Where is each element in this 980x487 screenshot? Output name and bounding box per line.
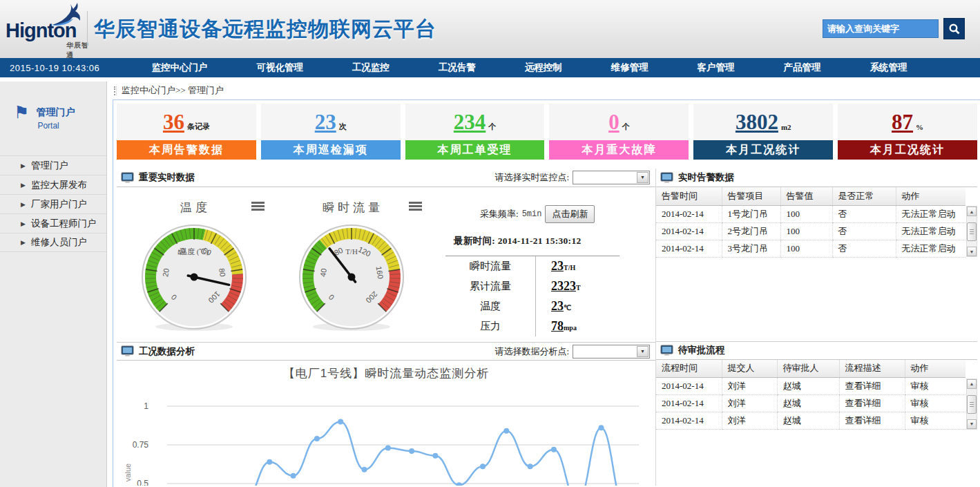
monitor-icon — [660, 345, 673, 356]
caret-right-icon: ▶ — [21, 220, 26, 227]
nav-item-system[interactable]: 系统管理 — [869, 61, 907, 74]
table-header-row: 流程时间 提交人 待审批人 流程描述 动作 — [656, 360, 965, 378]
table-scrollbar[interactable]: ▲ ▼ — [966, 206, 977, 257]
search-button[interactable] — [943, 18, 965, 39]
gauge-menu-icon[interactable] — [251, 202, 265, 212]
logo-subtext: 华辰智通 — [66, 41, 94, 60]
stat-card-monthly-failures: 0个 本月重大故障 — [549, 104, 689, 160]
left-column: 重要实时数据 请选择实时监控点: ▼ 温度 — [117, 169, 655, 486]
scroll-up-icon[interactable]: ▲ — [967, 379, 977, 389]
flow-gauge: 04080120160200T/H — [296, 222, 407, 332]
sidebar-item-screen-publish[interactable]: ▶监控大屏发布 — [0, 175, 106, 194]
metric-row-total-flow: 累计流量 2323T — [445, 276, 619, 296]
stat-label[interactable]: 本月重大故障 — [549, 140, 689, 160]
stat-card-weekly-inspection: 23次 本周巡检漏项 — [261, 104, 401, 160]
stat-label[interactable]: 本周告警数据 — [117, 140, 256, 160]
breadcrumb: 监控中心门户>> 管理门户 — [113, 82, 980, 99]
stat-value-link[interactable]: 87 — [892, 110, 913, 135]
gauge-menu-icon[interactable] — [409, 202, 422, 212]
refresh-button[interactable]: 点击刷新 — [545, 205, 595, 223]
chevron-down-icon[interactable]: ▼ — [637, 172, 648, 183]
scroll-up-icon[interactable]: ▲ — [967, 207, 977, 216]
svg-text:温度 (℃): 温度 (℃) — [180, 247, 209, 256]
clock: 2015-10-19 10:43:06 — [10, 63, 127, 73]
stat-card-monthly-condition-area: 3802m2 本月工况统计 — [693, 104, 833, 160]
analysis-point-select[interactable]: ▼ — [573, 345, 650, 359]
gauge-title: 瞬时流量 — [274, 200, 432, 216]
monitor-icon — [660, 172, 673, 184]
svg-text:value: value — [124, 464, 132, 481]
nav-items: 监控中心门户 可视化管理 工况监控 工况告警 远程控制 维修管理 客户管理 产品… — [127, 61, 932, 74]
logo-text: Hignton — [6, 19, 77, 42]
scroll-down-icon[interactable]: ▼ — [967, 247, 977, 256]
stat-label[interactable]: 本周工单受理 — [405, 140, 545, 160]
search-input[interactable] — [823, 19, 939, 38]
stat-value-link[interactable]: 0 — [608, 110, 619, 135]
table-header-row: 告警时间 告警项目 告警值 是否正常 动作 — [656, 187, 965, 205]
realtime-point-select[interactable]: ▼ — [573, 171, 650, 184]
sidebar-item-engineer-portal[interactable]: ▶设备工程师门户 — [0, 213, 106, 233]
svg-text:1: 1 — [144, 401, 148, 411]
stat-value-link[interactable]: 3802 — [736, 110, 778, 135]
sidebar-item-repair-portal[interactable]: ▶维修人员门户 — [0, 233, 106, 252]
metric-table: 瞬时流量 23T/H 累计流量 2323T 温度 — [445, 256, 619, 336]
caret-right-icon: ▶ — [21, 162, 26, 169]
nav-item-condition-monitor[interactable]: 工况监控 — [352, 61, 390, 74]
chevron-down-icon[interactable]: ▼ — [637, 346, 648, 357]
table-scrollbar[interactable]: ▲ ▼ — [966, 379, 977, 430]
scroll-down-icon[interactable]: ▼ — [967, 419, 977, 429]
analysis-panel-header: 工况数据分析 请选择数据分析点: ▼ — [117, 342, 655, 361]
stat-value-link[interactable]: 23 — [315, 110, 336, 135]
nav-item-customer[interactable]: 客户管理 — [698, 61, 735, 74]
realtime-data-panel-header: 重要实时数据 请选择实时监控点: ▼ — [117, 169, 655, 187]
magnifier-icon — [948, 23, 961, 35]
nav-item-product[interactable]: 产品管理 — [784, 61, 821, 74]
stat-cards: 36条记录 本周告警数据 23次 本周巡检漏项 234个 本周工单受理 0个 本… — [117, 104, 977, 160]
temperature-gauge: 020406080100温度 (℃) — [139, 222, 249, 332]
search-bar — [823, 18, 965, 39]
scrollbar-thumb[interactable] — [967, 395, 977, 414]
svg-text:20: 20 — [161, 268, 171, 278]
table-row: 2014-02-143号龙门吊100否无法正常启动 — [656, 240, 965, 257]
realtime-data-body: 温度 020406080100温度 (℃) 瞬时流量 — [117, 187, 655, 342]
svg-text:40: 40 — [318, 268, 328, 278]
stat-value-link[interactable]: 234 — [454, 110, 486, 135]
metric-row-flow: 瞬时流量 23T/H — [445, 256, 619, 276]
stat-label[interactable]: 本周巡检漏项 — [261, 140, 401, 160]
frequency-label: 采集频率: — [480, 208, 519, 220]
stat-value-link[interactable]: 36 — [163, 110, 184, 135]
realtime-readouts: 采集频率: 5min 点击刷新 最新时间: 2014-11-21 15:30:1… — [432, 187, 655, 342]
breadcrumb-icon — [114, 86, 117, 95]
sidebar-item-factory-portal[interactable]: ▶厂家用户门户 — [0, 194, 106, 213]
main-content: 监控中心门户>> 管理门户 36条记录 本周告警数据 23次 本周巡检漏项 23… — [107, 82, 980, 487]
stat-label[interactable]: 本月工况统计 — [838, 140, 977, 160]
top-nav: 2015-10-19 10:43:06 监控中心门户 可视化管理 工况监控 工况… — [0, 58, 980, 77]
logo: Hignton 华辰智通 — [6, 1, 94, 57]
panel-title: 工况数据分析 — [139, 345, 195, 358]
panel-title: 待审批流程 — [678, 344, 725, 356]
nav-item-visualization[interactable]: 可视化管理 — [256, 61, 303, 74]
sidebar-item-admin-portal[interactable]: ▶管理门户 — [0, 155, 106, 175]
nav-item-condition-alarm[interactable]: 工况告警 — [439, 61, 476, 74]
caret-right-icon: ▶ — [21, 182, 26, 189]
flow-gauge-block: 瞬时流量 04080120160200T/H — [274, 187, 432, 342]
sidebar-menu: ▶管理门户 ▶监控大屏发布 ▶厂家用户门户 ▶设备工程师门户 ▶维修人员门户 — [0, 155, 106, 252]
flag-icon: ⚑ — [14, 104, 29, 131]
portal-header: ⚑ 管理门户 Portal — [0, 82, 106, 131]
nav-item-maintenance[interactable]: 维修管理 — [611, 61, 648, 74]
scrollbar-thumb[interactable] — [967, 222, 977, 241]
svg-text:0.5: 0.5 — [137, 479, 148, 486]
svg-text:T/H: T/H — [345, 247, 358, 256]
approval-table-wrap: 流程时间 提交人 待审批人 流程描述 动作 2014-02-14刘洋赵城查看详细… — [656, 360, 977, 430]
stat-card-monthly-condition-pct: 87% 本月工况统计 — [838, 104, 977, 160]
table-row: 2014-02-14刘洋赵城查看详细审核 — [656, 412, 965, 430]
monitor-icon — [121, 172, 134, 184]
nav-item-remote-control[interactable]: 远程控制 — [525, 61, 562, 74]
table-row: 2014-02-14刘洋赵城查看详细审核 — [656, 395, 965, 412]
stat-label[interactable]: 本月工况统计 — [693, 140, 833, 160]
nav-item-monitoring-center[interactable]: 监控中心门户 — [151, 61, 207, 74]
metric-row-temperature: 温度 23℃ — [445, 296, 619, 316]
table-row: 2014-02-14刘洋赵城查看详细审核 — [656, 378, 965, 395]
frequency-value: 5min — [522, 209, 542, 219]
alarm-table: 告警时间 告警项目 告警值 是否正常 动作 2014-02-141号龙门吊100… — [656, 187, 965, 258]
